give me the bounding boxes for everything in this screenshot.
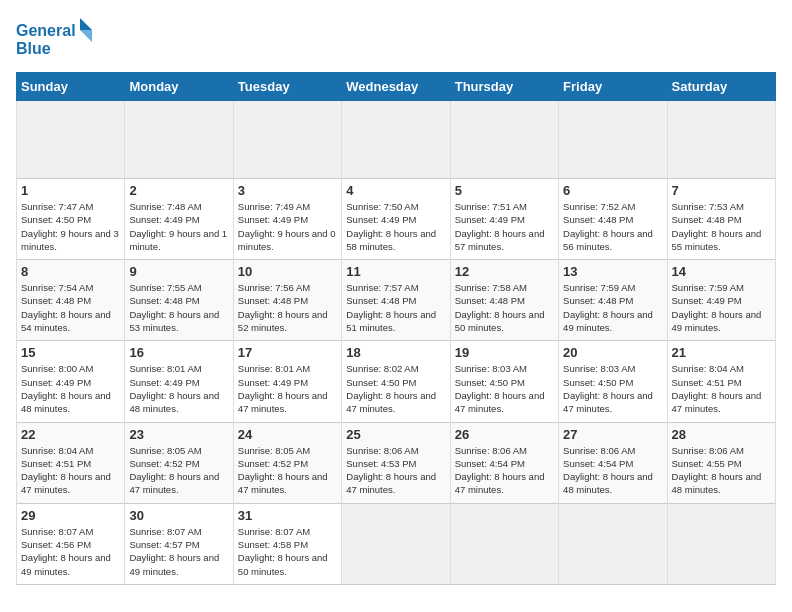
day-cell xyxy=(450,101,558,179)
day-number: 21 xyxy=(672,345,771,360)
col-header-monday: Monday xyxy=(125,73,233,101)
day-cell xyxy=(233,101,341,179)
day-cell: 29Sunrise: 8:07 AM Sunset: 4:56 PM Dayli… xyxy=(17,503,125,584)
day-info: Sunrise: 8:05 AM Sunset: 4:52 PM Dayligh… xyxy=(129,444,228,497)
day-info: Sunrise: 8:06 AM Sunset: 4:53 PM Dayligh… xyxy=(346,444,445,497)
col-header-wednesday: Wednesday xyxy=(342,73,450,101)
day-info: Sunrise: 7:47 AM Sunset: 4:50 PM Dayligh… xyxy=(21,200,120,253)
day-info: Sunrise: 8:06 AM Sunset: 4:54 PM Dayligh… xyxy=(563,444,662,497)
day-info: Sunrise: 8:01 AM Sunset: 4:49 PM Dayligh… xyxy=(238,362,337,415)
week-row-6: 29Sunrise: 8:07 AM Sunset: 4:56 PM Dayli… xyxy=(17,503,776,584)
day-info: Sunrise: 8:04 AM Sunset: 4:51 PM Dayligh… xyxy=(21,444,120,497)
day-number: 27 xyxy=(563,427,662,442)
day-number: 18 xyxy=(346,345,445,360)
day-cell: 8Sunrise: 7:54 AM Sunset: 4:48 PM Daylig… xyxy=(17,260,125,341)
day-cell: 21Sunrise: 8:04 AM Sunset: 4:51 PM Dayli… xyxy=(667,341,775,422)
day-number: 23 xyxy=(129,427,228,442)
day-cell xyxy=(667,503,775,584)
day-cell: 31Sunrise: 8:07 AM Sunset: 4:58 PM Dayli… xyxy=(233,503,341,584)
day-info: Sunrise: 7:48 AM Sunset: 4:49 PM Dayligh… xyxy=(129,200,228,253)
day-number: 12 xyxy=(455,264,554,279)
day-cell xyxy=(125,101,233,179)
day-number: 6 xyxy=(563,183,662,198)
day-cell: 17Sunrise: 8:01 AM Sunset: 4:49 PM Dayli… xyxy=(233,341,341,422)
day-cell: 5Sunrise: 7:51 AM Sunset: 4:49 PM Daylig… xyxy=(450,179,558,260)
day-info: Sunrise: 7:52 AM Sunset: 4:48 PM Dayligh… xyxy=(563,200,662,253)
week-row-2: 1Sunrise: 7:47 AM Sunset: 4:50 PM Daylig… xyxy=(17,179,776,260)
day-cell: 4Sunrise: 7:50 AM Sunset: 4:49 PM Daylig… xyxy=(342,179,450,260)
col-header-saturday: Saturday xyxy=(667,73,775,101)
day-cell: 3Sunrise: 7:49 AM Sunset: 4:49 PM Daylig… xyxy=(233,179,341,260)
day-cell: 13Sunrise: 7:59 AM Sunset: 4:48 PM Dayli… xyxy=(559,260,667,341)
day-info: Sunrise: 7:58 AM Sunset: 4:48 PM Dayligh… xyxy=(455,281,554,334)
day-cell: 12Sunrise: 7:58 AM Sunset: 4:48 PM Dayli… xyxy=(450,260,558,341)
day-number: 29 xyxy=(21,508,120,523)
day-cell: 30Sunrise: 8:07 AM Sunset: 4:57 PM Dayli… xyxy=(125,503,233,584)
day-cell: 7Sunrise: 7:53 AM Sunset: 4:48 PM Daylig… xyxy=(667,179,775,260)
col-header-thursday: Thursday xyxy=(450,73,558,101)
day-info: Sunrise: 7:55 AM Sunset: 4:48 PM Dayligh… xyxy=(129,281,228,334)
svg-text:General: General xyxy=(16,22,76,39)
day-cell: 22Sunrise: 8:04 AM Sunset: 4:51 PM Dayli… xyxy=(17,422,125,503)
day-number: 17 xyxy=(238,345,337,360)
day-cell: 28Sunrise: 8:06 AM Sunset: 4:55 PM Dayli… xyxy=(667,422,775,503)
day-number: 2 xyxy=(129,183,228,198)
day-info: Sunrise: 8:07 AM Sunset: 4:56 PM Dayligh… xyxy=(21,525,120,578)
day-cell: 27Sunrise: 8:06 AM Sunset: 4:54 PM Dayli… xyxy=(559,422,667,503)
day-number: 1 xyxy=(21,183,120,198)
svg-marker-2 xyxy=(80,18,92,30)
col-header-friday: Friday xyxy=(559,73,667,101)
day-number: 31 xyxy=(238,508,337,523)
day-cell xyxy=(17,101,125,179)
day-number: 28 xyxy=(672,427,771,442)
day-info: Sunrise: 8:06 AM Sunset: 4:54 PM Dayligh… xyxy=(455,444,554,497)
logo: GeneralBlue xyxy=(16,16,96,60)
day-cell: 6Sunrise: 7:52 AM Sunset: 4:48 PM Daylig… xyxy=(559,179,667,260)
day-number: 7 xyxy=(672,183,771,198)
day-info: Sunrise: 7:56 AM Sunset: 4:48 PM Dayligh… xyxy=(238,281,337,334)
day-info: Sunrise: 7:49 AM Sunset: 4:49 PM Dayligh… xyxy=(238,200,337,253)
header-row: SundayMondayTuesdayWednesdayThursdayFrid… xyxy=(17,73,776,101)
svg-marker-3 xyxy=(80,30,92,42)
day-cell xyxy=(342,503,450,584)
day-number: 5 xyxy=(455,183,554,198)
week-row-3: 8Sunrise: 7:54 AM Sunset: 4:48 PM Daylig… xyxy=(17,260,776,341)
day-cell: 24Sunrise: 8:05 AM Sunset: 4:52 PM Dayli… xyxy=(233,422,341,503)
day-number: 11 xyxy=(346,264,445,279)
day-cell: 19Sunrise: 8:03 AM Sunset: 4:50 PM Dayli… xyxy=(450,341,558,422)
day-number: 4 xyxy=(346,183,445,198)
day-info: Sunrise: 8:05 AM Sunset: 4:52 PM Dayligh… xyxy=(238,444,337,497)
day-cell: 16Sunrise: 8:01 AM Sunset: 4:49 PM Dayli… xyxy=(125,341,233,422)
day-info: Sunrise: 7:50 AM Sunset: 4:49 PM Dayligh… xyxy=(346,200,445,253)
day-cell xyxy=(450,503,558,584)
day-cell: 11Sunrise: 7:57 AM Sunset: 4:48 PM Dayli… xyxy=(342,260,450,341)
day-info: Sunrise: 7:59 AM Sunset: 4:49 PM Dayligh… xyxy=(672,281,771,334)
day-info: Sunrise: 8:03 AM Sunset: 4:50 PM Dayligh… xyxy=(563,362,662,415)
day-info: Sunrise: 8:04 AM Sunset: 4:51 PM Dayligh… xyxy=(672,362,771,415)
day-info: Sunrise: 7:54 AM Sunset: 4:48 PM Dayligh… xyxy=(21,281,120,334)
day-info: Sunrise: 8:06 AM Sunset: 4:55 PM Dayligh… xyxy=(672,444,771,497)
day-cell: 14Sunrise: 7:59 AM Sunset: 4:49 PM Dayli… xyxy=(667,260,775,341)
day-cell: 10Sunrise: 7:56 AM Sunset: 4:48 PM Dayli… xyxy=(233,260,341,341)
day-number: 24 xyxy=(238,427,337,442)
day-cell: 18Sunrise: 8:02 AM Sunset: 4:50 PM Dayli… xyxy=(342,341,450,422)
day-number: 9 xyxy=(129,264,228,279)
day-number: 30 xyxy=(129,508,228,523)
day-cell: 15Sunrise: 8:00 AM Sunset: 4:49 PM Dayli… xyxy=(17,341,125,422)
day-number: 19 xyxy=(455,345,554,360)
day-number: 15 xyxy=(21,345,120,360)
day-cell: 2Sunrise: 7:48 AM Sunset: 4:49 PM Daylig… xyxy=(125,179,233,260)
day-number: 22 xyxy=(21,427,120,442)
calendar-table: SundayMondayTuesdayWednesdayThursdayFrid… xyxy=(16,72,776,585)
day-cell: 20Sunrise: 8:03 AM Sunset: 4:50 PM Dayli… xyxy=(559,341,667,422)
day-cell xyxy=(559,101,667,179)
day-number: 16 xyxy=(129,345,228,360)
day-info: Sunrise: 8:03 AM Sunset: 4:50 PM Dayligh… xyxy=(455,362,554,415)
logo-svg: GeneralBlue xyxy=(16,16,96,60)
col-header-tuesday: Tuesday xyxy=(233,73,341,101)
day-info: Sunrise: 8:07 AM Sunset: 4:58 PM Dayligh… xyxy=(238,525,337,578)
day-info: Sunrise: 8:07 AM Sunset: 4:57 PM Dayligh… xyxy=(129,525,228,578)
day-number: 25 xyxy=(346,427,445,442)
day-info: Sunrise: 7:53 AM Sunset: 4:48 PM Dayligh… xyxy=(672,200,771,253)
day-cell: 25Sunrise: 8:06 AM Sunset: 4:53 PM Dayli… xyxy=(342,422,450,503)
